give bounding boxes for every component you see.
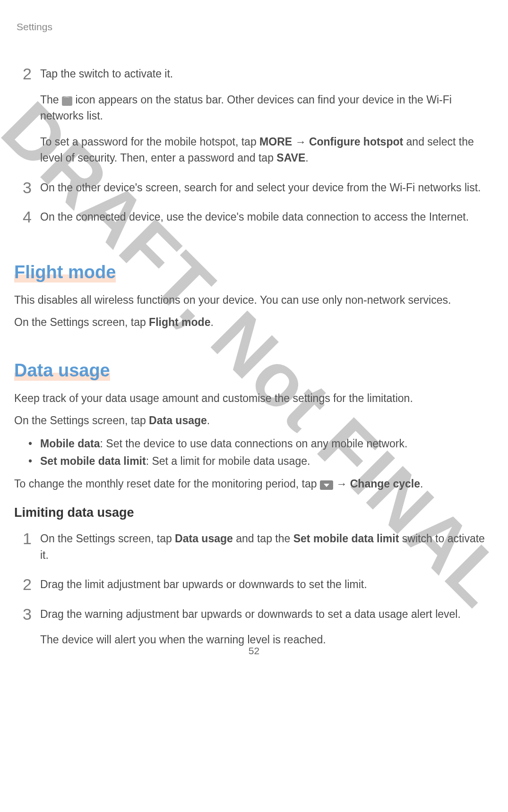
step-content: On the connected device, use the device'… [40, 209, 494, 225]
step-content: Tap the switch to activate it.The icon a… [40, 66, 494, 166]
step-number: 2 [14, 576, 40, 592]
text-span: : Set the device to use data connections… [100, 437, 408, 450]
step-paragraph: Drag the limit adjustment bar upwards or… [40, 576, 487, 593]
body-paragraph: This disables all wireless functions on … [14, 292, 494, 309]
step-item: 2Drag the limit adjustment bar upwards o… [14, 576, 494, 593]
text-span: The [40, 94, 62, 106]
text-span: On the connected device, use the device'… [40, 211, 469, 223]
step-item: 4On the connected device, use the device… [14, 209, 494, 225]
text-span: The device will alert you when the warni… [40, 633, 326, 646]
step-number: 1 [14, 530, 40, 547]
text-span: icon appears on the status bar. Other de… [40, 94, 452, 122]
data-usage-heading: Data usage [14, 360, 110, 381]
limiting-data-usage-heading: Limiting data usage [14, 505, 494, 520]
text-span: → [333, 478, 350, 490]
step-content: On the Settings screen, tap Data usage a… [40, 530, 494, 563]
text-span: Configure hotspot [309, 136, 403, 148]
text-span: SAVE [276, 152, 305, 164]
page-header: Settings [14, 21, 494, 33]
text-span: On the Settings screen, tap [14, 414, 149, 427]
text-span: MORE [259, 136, 292, 148]
text-span: Drag the limit adjustment bar upwards or… [40, 578, 367, 590]
list-item: Set mobile data limit: Set a limit for m… [28, 453, 494, 470]
step-paragraph: The icon appears on the status bar. Othe… [40, 92, 487, 124]
step-item: 2Tap the switch to activate it.The icon … [14, 66, 494, 166]
step-number: 4 [14, 209, 40, 225]
list-item: Mobile data: Set the device to use data … [28, 435, 494, 453]
text-span: . [207, 414, 210, 427]
step-paragraph: Tap the switch to activate it. [40, 66, 487, 82]
text-span: Drag the warning adjustment bar upwards … [40, 608, 461, 620]
step-paragraph: On the other device's screen, search for… [40, 179, 487, 196]
text-span: : Set a limit for mobile data usage. [146, 455, 310, 467]
text-span: On the Settings screen, tap [40, 532, 175, 545]
step-content: Drag the warning adjustment bar upwards … [40, 606, 494, 648]
step-content: Drag the limit adjustment bar upwards or… [40, 576, 494, 593]
body-paragraph: On the Settings screen, tap Flight mode. [14, 314, 494, 331]
text-span: . [210, 316, 213, 328]
text-span: On the other device's screen, search for… [40, 181, 481, 194]
dropdown-icon [320, 480, 333, 490]
step-number: 2 [14, 66, 40, 82]
text-span: Data usage [149, 414, 207, 427]
step-paragraph: On the connected device, use the device'… [40, 209, 487, 225]
text-span: Set mobile data limit [40, 455, 146, 467]
step-item: 3On the other device's screen, search fo… [14, 179, 494, 196]
step-paragraph: The device will alert you when the warni… [40, 632, 487, 648]
text-span: Mobile data [40, 437, 100, 450]
text-span: Change cycle [350, 478, 420, 490]
text-span: . [305, 152, 308, 164]
body-paragraph: To change the monthly reset date for the… [14, 476, 494, 493]
wifi-icon [62, 96, 72, 106]
flight-mode-heading: Flight mode [14, 262, 116, 282]
step-number: 3 [14, 606, 40, 622]
step-content: On the other device's screen, search for… [40, 179, 494, 196]
text-span: Flight mode [149, 316, 210, 328]
text-span: and tap the [233, 532, 293, 545]
step-paragraph: Drag the warning adjustment bar upwards … [40, 606, 487, 623]
text-span: This disables all wireless functions on … [14, 294, 451, 306]
step-item: 3Drag the warning adjustment bar upwards… [14, 606, 494, 648]
text-span: To set a password for the mobile hotspot… [40, 136, 259, 148]
step-paragraph: On the Settings screen, tap Data usage a… [40, 530, 487, 563]
text-span: Set mobile data limit [293, 532, 399, 545]
step-number: 3 [14, 179, 40, 196]
text-span: . [420, 478, 423, 490]
text-span: → [292, 136, 309, 148]
body-paragraph: Keep track of your data usage amount and… [14, 390, 494, 407]
text-span: Tap the switch to activate it. [40, 68, 173, 80]
step-item: 1On the Settings screen, tap Data usage … [14, 530, 494, 563]
text-span: Data usage [175, 532, 233, 545]
data-usage-bullets: Mobile data: Set the device to use data … [14, 435, 494, 470]
text-span: Keep track of your data usage amount and… [14, 392, 413, 404]
text-span: To change the monthly reset date for the… [14, 478, 320, 490]
body-paragraph: On the Settings screen, tap Data usage. [14, 412, 494, 429]
text-span: On the Settings screen, tap [14, 316, 149, 328]
step-paragraph: To set a password for the mobile hotspot… [40, 134, 487, 166]
